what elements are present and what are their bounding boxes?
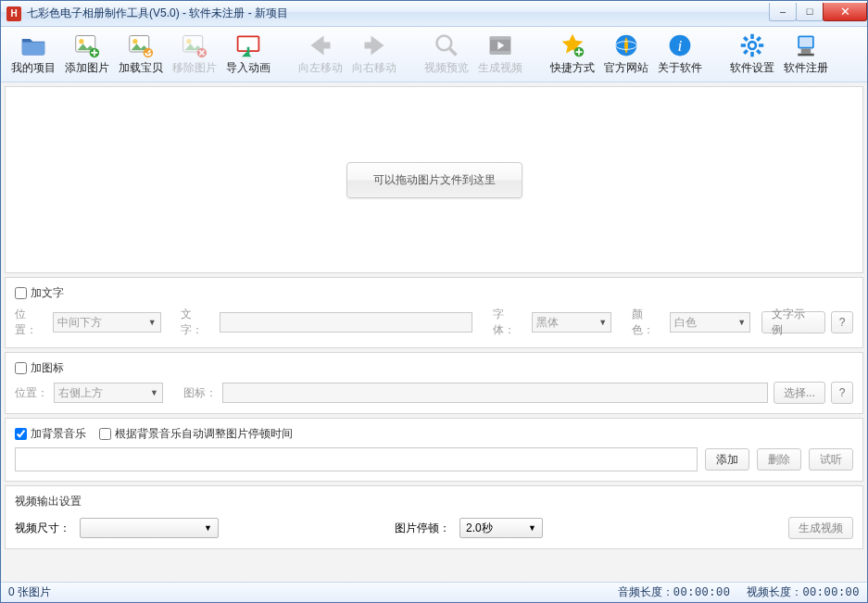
chevron-down-icon: ▼: [204, 523, 212, 533]
svg-point-11: [437, 36, 452, 51]
text-color-value: 白色: [674, 315, 697, 331]
status-image-count: 0 张图片: [8, 584, 51, 600]
text-pos-label: 位置：: [15, 307, 47, 338]
toolbar-move-left: 向左移动: [294, 30, 347, 80]
add-music-checkbox-label: 加背景音乐: [31, 426, 86, 442]
icon-browse-button[interactable]: 选择...: [774, 382, 825, 404]
about-icon: i: [667, 32, 693, 58]
music-delete-button[interactable]: 删除: [757, 448, 801, 471]
toolbar-settings[interactable]: 软件设置: [725, 30, 779, 80]
svg-point-21: [749, 43, 754, 47]
toolbar-about[interactable]: i关于软件: [653, 30, 707, 80]
text-content-label: 文字：: [181, 307, 213, 338]
statusbar: 0 张图片 音频长度：00:00:00 视频长度：00:00:00: [1, 582, 867, 602]
generate-video-button[interactable]: 生成视频: [788, 517, 853, 539]
window-title: 七彩色电子相册制作工具(V5.0) - 软件未注册 - 新项目: [27, 6, 288, 21]
add-image-label: 添加图片: [65, 60, 109, 76]
image-pause-label: 图片停顿：: [395, 521, 450, 536]
chevron-down-icon: ▼: [737, 318, 746, 327]
toolbar-add-image[interactable]: 添加图片: [60, 30, 114, 80]
register-icon: [793, 32, 819, 58]
svg-point-7: [186, 39, 191, 44]
add-text-checkbox[interactable]: 加文字: [15, 285, 64, 301]
video-size-select[interactable]: ▼: [80, 518, 219, 538]
app-window: H 七彩色电子相册制作工具(V5.0) - 软件未注册 - 新项目 – □ ✕ …: [0, 0, 868, 603]
text-color-label: 颜色：: [632, 307, 664, 338]
music-preview-button[interactable]: 试听: [809, 448, 853, 471]
status-audio: 音频长度：00:00:00: [618, 584, 731, 600]
toolbar-shortcut[interactable]: 快捷方式: [546, 30, 599, 80]
icon-help-button[interactable]: ?: [831, 382, 853, 404]
svg-rect-24: [801, 49, 811, 54]
text-color-select[interactable]: 白色▼: [670, 312, 750, 333]
icon-pos-label: 位置：: [15, 385, 48, 401]
register-label: 软件注册: [784, 60, 828, 76]
chevron-down-icon: ▼: [528, 523, 536, 533]
auto-adjust-checkbox[interactable]: 根据背景音乐自动调整图片停顿时间: [99, 426, 293, 442]
toolbar-preview-video: 视频预览: [420, 30, 473, 80]
add-music-checkbox-input[interactable]: [15, 428, 27, 440]
icon-path-input[interactable]: [222, 383, 768, 403]
text-font-label: 字体：: [493, 307, 525, 338]
add-icon-checkbox-input[interactable]: [15, 362, 27, 374]
app-icon: H: [6, 6, 21, 21]
text-help-button[interactable]: ?: [831, 311, 853, 333]
status-video-label: 视频长度：: [747, 585, 802, 598]
icon-pos-select[interactable]: 右侧上方▼: [54, 383, 163, 403]
toolbar-load-treasure[interactable]: 加载宝贝: [114, 30, 168, 80]
text-pos-select[interactable]: 中间下方▼: [53, 312, 160, 333]
my-projects-icon: [20, 32, 46, 58]
image-pause-value: 2.0秒: [466, 521, 493, 536]
add-music-checkbox[interactable]: 加背景音乐: [15, 426, 86, 442]
text-content-input[interactable]: [220, 312, 473, 333]
titlebar: H 七彩色电子相册制作工具(V5.0) - 软件未注册 - 新项目 – □ ✕: [1, 1, 867, 27]
remove-image-icon: [182, 32, 208, 58]
text-font-select[interactable]: 黑体▼: [532, 312, 612, 333]
close-button[interactable]: ✕: [823, 3, 867, 21]
svg-rect-14: [490, 51, 511, 55]
toolbar-official-site[interactable]: 官方网站: [599, 30, 653, 80]
move-right-icon: [361, 32, 387, 58]
image-drop-panel[interactable]: 可以拖动图片文件到这里: [5, 86, 863, 273]
music-section: 加背景音乐 根据背景音乐自动调整图片停顿时间 添加 删除 试听: [5, 418, 863, 482]
toolbar-register[interactable]: 软件注册: [779, 30, 833, 80]
preview-video-label: 视频预览: [424, 60, 469, 76]
text-sample-button[interactable]: 文字示例: [761, 311, 825, 333]
preview-video-icon: [434, 32, 459, 58]
svg-text:i: i: [678, 36, 683, 55]
add-text-checkbox-label: 加文字: [31, 285, 64, 301]
add-icon-checkbox-label: 加图标: [31, 360, 64, 376]
add-text-checkbox-input[interactable]: [15, 287, 27, 299]
svg-rect-13: [490, 36, 511, 40]
svg-rect-25: [798, 54, 814, 57]
window-controls: – □ ✕: [770, 3, 867, 21]
status-audio-value: 00:00:00: [673, 586, 731, 599]
remove-image-label: 移除图片: [172, 60, 217, 76]
settings-icon: [739, 32, 765, 58]
music-path-input[interactable]: [15, 447, 698, 471]
minimize-button[interactable]: –: [769, 3, 797, 21]
svg-point-1: [79, 39, 83, 44]
output-section-title: 视频输出设置: [15, 494, 853, 509]
image-pause-select[interactable]: 2.0秒▼: [459, 518, 543, 538]
output-section: 视频输出设置 视频尺寸： ▼ 图片停顿： 2.0秒▼ 生成视频: [5, 485, 863, 549]
auto-adjust-checkbox-input[interactable]: [99, 428, 111, 440]
toolbar-move-right: 向右移动: [347, 30, 401, 80]
status-video: 视频长度：00:00:00: [747, 584, 860, 600]
toolbar-my-projects[interactable]: 我的项目: [6, 30, 60, 80]
add-icon-section: 加图标 位置： 右侧上方▼ 图标： 选择... ?: [5, 352, 863, 414]
drop-hint-button[interactable]: 可以拖动图片文件到这里: [346, 162, 522, 198]
load-treasure-icon: [128, 32, 154, 58]
maximize-button[interactable]: □: [796, 3, 824, 21]
toolbar-import-anim[interactable]: 导入动画: [221, 30, 275, 80]
status-audio-label: 音频长度：: [618, 585, 673, 598]
move-left-icon: [308, 32, 333, 58]
music-add-button[interactable]: 添加: [705, 448, 749, 471]
settings-label: 软件设置: [730, 60, 774, 76]
add-icon-checkbox[interactable]: 加图标: [15, 360, 64, 376]
import-anim-label: 导入动画: [226, 60, 270, 76]
shortcut-icon: [560, 32, 585, 58]
about-label: 关于软件: [658, 60, 702, 76]
svg-rect-23: [799, 37, 812, 47]
auto-adjust-checkbox-label: 根据背景音乐自动调整图片停顿时间: [115, 426, 293, 442]
